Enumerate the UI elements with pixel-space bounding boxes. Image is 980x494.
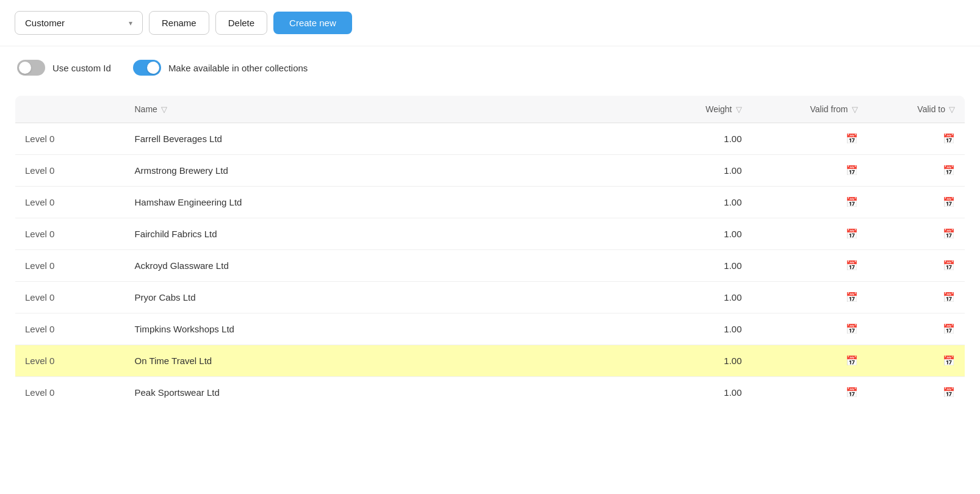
table-row[interactable]: Level 0Fairchild Fabrics Ltd1.00📅📅: [15, 218, 965, 250]
cell-valid-from[interactable]: 📅: [752, 313, 868, 345]
custom-id-toggle[interactable]: [17, 60, 45, 76]
cell-name: Hamshaw Engineering Ltd: [125, 187, 672, 218]
collection-dropdown[interactable]: Customer ▾: [15, 11, 143, 35]
custom-id-toggle-item: Use custom Id: [17, 60, 111, 76]
col-weight-label: Weight: [705, 104, 732, 114]
calendar-icon: 📅: [943, 292, 955, 302]
cell-weight: 1.00: [672, 377, 752, 409]
calendar-icon: 📅: [846, 260, 858, 271]
calendar-icon: 📅: [943, 356, 955, 366]
calendar-icon: 📅: [846, 197, 858, 207]
col-header-weight: Weight ▽: [672, 96, 752, 123]
table-row[interactable]: Level 0Timpkins Workshops Ltd1.00📅📅: [15, 313, 965, 345]
create-new-button[interactable]: Create new: [273, 12, 352, 34]
table-row[interactable]: Level 0Pryor Cabs Ltd1.00📅📅: [15, 282, 965, 313]
cell-valid-from[interactable]: 📅: [752, 345, 868, 377]
cell-valid-to[interactable]: 📅: [868, 155, 965, 187]
calendar-icon: 📅: [846, 324, 858, 334]
weight-filter-icon[interactable]: ▽: [736, 105, 742, 114]
cell-valid-to[interactable]: 📅: [868, 250, 965, 282]
calendar-icon: 📅: [943, 134, 955, 144]
col-header-valid-from: Valid from ▽: [752, 96, 868, 123]
calendar-icon: 📅: [846, 387, 858, 398]
cell-name: Peak Sportswear Ltd: [125, 377, 672, 409]
cell-name: On Time Travel Ltd: [125, 345, 672, 377]
table-row[interactable]: Level 0Armstrong Brewery Ltd1.00📅📅: [15, 155, 965, 187]
delete-button[interactable]: Delete: [215, 11, 267, 35]
cell-valid-from[interactable]: 📅: [752, 377, 868, 409]
make-available-thumb: [147, 62, 159, 74]
calendar-icon: 📅: [846, 292, 858, 302]
cell-level: Level 0: [15, 218, 125, 250]
table-row[interactable]: Level 0Hamshaw Engineering Ltd1.00📅📅: [15, 187, 965, 218]
cell-weight: 1.00: [672, 345, 752, 377]
cell-valid-from[interactable]: 📅: [752, 155, 868, 187]
cell-valid-to[interactable]: 📅: [868, 282, 965, 313]
cell-valid-from[interactable]: 📅: [752, 250, 868, 282]
col-header-name: Name ▽: [125, 96, 672, 123]
cell-valid-to[interactable]: 📅: [868, 123, 965, 155]
cell-valid-from[interactable]: 📅: [752, 218, 868, 250]
table-wrapper: Name ▽ Weight ▽ Valid from ▽: [0, 89, 980, 423]
calendar-icon: 📅: [846, 229, 858, 239]
calendar-icon: 📅: [943, 165, 955, 176]
cell-weight: 1.00: [672, 218, 752, 250]
cell-level: Level 0: [15, 250, 125, 282]
table-row[interactable]: Level 0Farrell Beverages Ltd1.00📅📅: [15, 123, 965, 155]
make-available-label: Make available in other collections: [168, 63, 308, 73]
valid-from-filter-icon[interactable]: ▽: [852, 105, 858, 114]
cell-valid-from[interactable]: 📅: [752, 123, 868, 155]
table-row[interactable]: Level 0Ackroyd Glassware Ltd1.00📅📅: [15, 250, 965, 282]
custom-id-thumb: [19, 62, 31, 74]
cell-valid-from[interactable]: 📅: [752, 282, 868, 313]
cell-valid-to[interactable]: 📅: [868, 218, 965, 250]
col-name-label: Name: [135, 104, 157, 114]
chevron-down-icon: ▾: [129, 19, 132, 27]
data-table: Name ▽ Weight ▽ Valid from ▽: [15, 95, 965, 409]
cell-weight: 1.00: [672, 155, 752, 187]
cell-valid-to[interactable]: 📅: [868, 313, 965, 345]
cell-level: Level 0: [15, 377, 125, 409]
cell-name: Fairchild Fabrics Ltd: [125, 218, 672, 250]
cell-valid-to[interactable]: 📅: [868, 377, 965, 409]
cell-name: Armstrong Brewery Ltd: [125, 155, 672, 187]
cell-level: Level 0: [15, 187, 125, 218]
cell-weight: 1.00: [672, 123, 752, 155]
calendar-icon: 📅: [846, 165, 858, 176]
col-valid-to-label: Valid to: [917, 104, 945, 114]
collection-dropdown-label: Customer: [25, 18, 65, 28]
cell-weight: 1.00: [672, 282, 752, 313]
calendar-icon: 📅: [943, 387, 955, 398]
cell-weight: 1.00: [672, 313, 752, 345]
calendar-icon: 📅: [846, 134, 858, 144]
table-row[interactable]: Level 0Peak Sportswear Ltd1.00📅📅: [15, 377, 965, 409]
cell-level: Level 0: [15, 155, 125, 187]
cell-name: Timpkins Workshops Ltd: [125, 313, 672, 345]
table-row[interactable]: Level 0On Time Travel Ltd1.00📅📅: [15, 345, 965, 377]
calendar-icon: 📅: [943, 260, 955, 271]
valid-to-filter-icon[interactable]: ▽: [949, 105, 955, 114]
calendar-icon: 📅: [943, 324, 955, 334]
cell-valid-from[interactable]: 📅: [752, 187, 868, 218]
calendar-icon: 📅: [943, 197, 955, 207]
cell-name: Pryor Cabs Ltd: [125, 282, 672, 313]
table-header-row: Name ▽ Weight ▽ Valid from ▽: [15, 96, 965, 123]
table-body: Level 0Farrell Beverages Ltd1.00📅📅Level …: [15, 123, 965, 409]
calendar-icon: 📅: [846, 356, 858, 366]
options-row: Use custom Id Make available in other co…: [0, 46, 980, 89]
cell-valid-to[interactable]: 📅: [868, 345, 965, 377]
custom-id-label: Use custom Id: [52, 63, 111, 73]
cell-weight: 1.00: [672, 187, 752, 218]
cell-valid-to[interactable]: 📅: [868, 187, 965, 218]
cell-name: Farrell Beverages Ltd: [125, 123, 672, 155]
cell-weight: 1.00: [672, 250, 752, 282]
cell-name: Ackroyd Glassware Ltd: [125, 250, 672, 282]
rename-button[interactable]: Rename: [149, 11, 209, 35]
cell-level: Level 0: [15, 282, 125, 313]
make-available-toggle[interactable]: [133, 60, 161, 76]
name-filter-icon[interactable]: ▽: [161, 105, 167, 114]
cell-level: Level 0: [15, 345, 125, 377]
col-header-level: [15, 96, 125, 123]
make-available-toggle-item: Make available in other collections: [133, 60, 308, 76]
cell-level: Level 0: [15, 313, 125, 345]
